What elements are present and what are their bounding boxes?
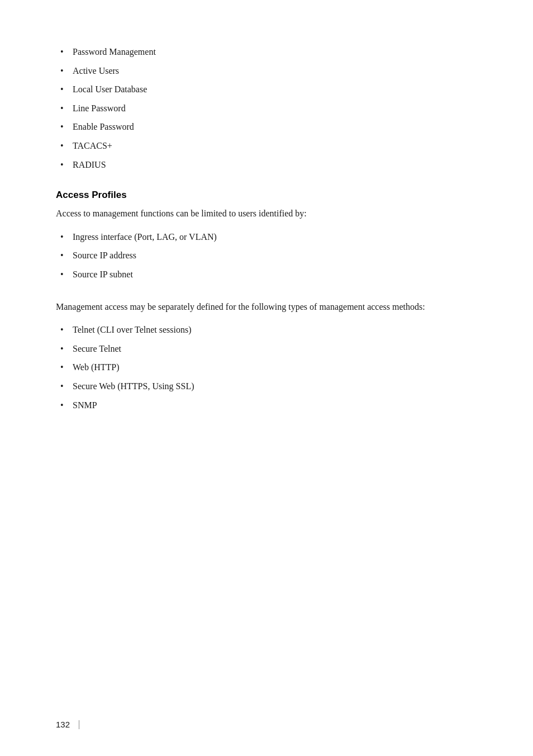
list-item: Ingress interface (Port, LAG, or VLAN) (56, 230, 477, 244)
page-number: 132 (56, 720, 70, 729)
list-item: TACACS+ (56, 139, 477, 153)
list-item: Local User Database (56, 82, 477, 97)
list-item: Secure Web (HTTPS, Using SSL) (56, 379, 477, 394)
list-item: Active Users (56, 64, 477, 78)
section-body-text: Management access may be separately defi… (56, 300, 477, 314)
list-item: Password Management (56, 45, 477, 59)
list-item: Source IP address (56, 248, 477, 263)
list-item: RADIUS (56, 158, 477, 172)
list-item: Telnet (CLI over Telnet sessions) (56, 323, 477, 337)
section-heading: Access Profiles (56, 190, 477, 201)
page-footer: 132 (56, 720, 79, 729)
list-item: Line Password (56, 101, 477, 116)
section-intro-text: Access to management functions can be li… (56, 206, 477, 221)
list-item: Secure Telnet (56, 342, 477, 356)
list-item: Enable Password (56, 120, 477, 134)
list-item: Web (HTTP) (56, 360, 477, 375)
list-item: SNMP (56, 398, 477, 413)
footer-separator (79, 720, 79, 729)
access-profiles-section: Access Profiles Access to management fun… (56, 190, 477, 412)
page-container: Password Management Active Users Local U… (0, 0, 533, 475)
identified-by-list: Ingress interface (Port, LAG, or VLAN) S… (56, 230, 477, 282)
methods-list: Telnet (CLI over Telnet sessions) Secure… (56, 323, 477, 412)
intro-bullet-list: Password Management Active Users Local U… (56, 45, 477, 172)
list-item: Source IP subnet (56, 267, 477, 282)
